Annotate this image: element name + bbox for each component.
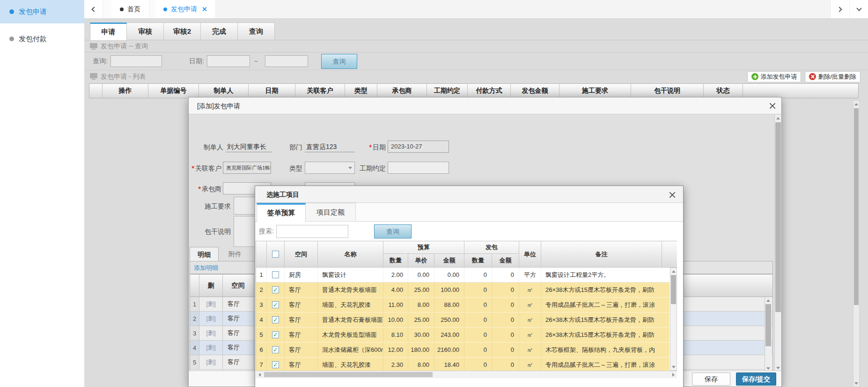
picker-tabs: 签单预算 项目定额 [255, 203, 683, 222]
column-payment[interactable]: 付款方式 [468, 84, 511, 98]
tab-review2[interactable]: 审核2 [164, 22, 201, 40]
tab-home[interactable]: 首页 [111, 0, 149, 18]
detail-scrollbar-thumb[interactable] [765, 304, 771, 346]
picker-scrollbar-thumb[interactable] [671, 275, 676, 304]
modal-scrollbar[interactable] [774, 115, 781, 371]
project-row[interactable]: 6 ✓ 客厅 混水漆储藏柜（深600mm 12.00 180.00 2160.0… [256, 342, 669, 357]
scroll-left-icon[interactable] [256, 371, 263, 379]
tab-list-menu-button[interactable] [849, 0, 868, 18]
close-tab-icon[interactable] [202, 7, 207, 12]
cell-amount: 243.00 [434, 327, 464, 342]
checkbox-cell: ✓ [267, 357, 285, 371]
row-checkbox[interactable]: ✓ [272, 331, 279, 338]
column-operation[interactable]: 操作 [103, 84, 148, 98]
project-row[interactable]: 4 ✓ 客厅 普通木龙骨石膏板墙面 10.00 25.00 250.00 0 0… [256, 313, 669, 327]
date-from-input[interactable] [207, 55, 250, 67]
tab-sign-budget[interactable]: 签单预算 [257, 203, 306, 222]
scroll-down-icon[interactable] [775, 365, 781, 371]
scroll-tabs-right-button[interactable] [831, 0, 849, 18]
project-row[interactable]: 2 ✓ 客厅 普通木龙骨夹板墙面 4.00 25.00 100.00 0 0 ㎡… [256, 283, 669, 298]
scroll-up-icon[interactable] [670, 268, 677, 275]
date-to-input[interactable] [265, 55, 308, 67]
picker-table-scrollbar[interactable] [670, 268, 677, 371]
tab-apply[interactable]: 申请 [90, 22, 127, 41]
column-customer[interactable]: 关联客户 [295, 84, 345, 98]
type-label: 类型 [259, 163, 302, 174]
search-button[interactable]: 查询 [321, 54, 357, 69]
delete-row-link[interactable]: [删] [199, 297, 223, 311]
column-doc-no[interactable]: 单据编号 [148, 84, 199, 98]
project-row[interactable]: 7 ✓ 客厅 墙面、天花乳胶漆 2.30 8.00 18.40 0 0 ㎡ 专用… [256, 357, 669, 371]
tab-attachment[interactable]: 附件 [222, 247, 248, 261]
scroll-up-icon[interactable] [853, 101, 859, 107]
picker-search-input[interactable] [276, 225, 348, 238]
column-requirement[interactable]: 施工要求 [559, 84, 631, 98]
cell-price: 0.00 [408, 268, 434, 282]
column-duration[interactable]: 工期约定 [427, 84, 468, 98]
picker-close-icon[interactable] [669, 191, 676, 198]
column-select [89, 84, 103, 98]
column-status[interactable]: 状态 [704, 84, 743, 98]
checkbox-cell: ✓ [267, 283, 285, 297]
date-field-value[interactable]: 2023-10-27 [388, 141, 449, 153]
column-contractor[interactable]: 承包商 [377, 84, 427, 98]
save-button[interactable]: 保存 [692, 372, 730, 386]
row-number: 7 [256, 357, 267, 371]
row-checkbox[interactable]: ✓ [272, 301, 279, 308]
main-scrollbar-thumb[interactable] [854, 108, 859, 305]
detail-table-scrollbar[interactable] [765, 297, 772, 372]
scroll-up-icon[interactable] [765, 297, 772, 304]
duration-input[interactable] [388, 162, 449, 174]
main-scrollbar[interactable] [853, 100, 860, 387]
column-date[interactable]: 日期 [249, 84, 295, 98]
column-maker[interactable]: 制单人 [199, 84, 249, 98]
tab-project-quota[interactable]: 项目定额 [306, 203, 356, 222]
scroll-down-icon[interactable] [853, 380, 859, 387]
select-all-checkbox[interactable]: ✓ [272, 251, 279, 258]
save-submit-button[interactable]: 保存/提交 [736, 372, 776, 386]
sidebar-item-label: 发包申请 [19, 7, 47, 16]
project-row[interactable]: 5 ✓ 客厅 木龙骨夹板造型墙面 8.10 30.00 243.00 0 0 ㎡… [256, 327, 669, 342]
modal-close-icon[interactable] [769, 102, 776, 109]
scroll-tabs-left-button[interactable] [84, 0, 103, 18]
picker-hscrollbar-thumb[interactable] [264, 372, 433, 377]
picker-search-button[interactable]: 查询 [374, 224, 412, 238]
row-checkbox[interactable]: ✓ [272, 316, 279, 323]
row-number: 2 [256, 283, 267, 297]
column-amount[interactable]: 发包金额 [511, 84, 559, 98]
row-checkbox[interactable]: ✓ [272, 361, 279, 368]
cell-out-amount: 0 [492, 327, 519, 342]
delete-row-link[interactable]: [删] [199, 312, 223, 326]
picker-horizontal-scrollbar[interactable] [256, 371, 677, 378]
delete-row-link[interactable]: [删] [199, 326, 223, 340]
tab-finished[interactable]: 完成 [201, 22, 238, 40]
delete-batch-button[interactable]: 删除/批量删除 [805, 71, 861, 82]
modal-scrollbar-thumb[interactable] [775, 122, 781, 312]
sidebar-item-outsource-payment[interactable]: 发包付款 [0, 29, 84, 49]
delete-row-link[interactable]: [删] [199, 355, 223, 369]
row-checkbox[interactable]: ✓ [272, 346, 279, 353]
modal-titlebar: [添加]发包申请 [189, 97, 781, 114]
delete-row-link[interactable]: [删] [199, 341, 223, 355]
detail-row-space: 客厅 [223, 312, 254, 326]
tab-outsource-apply[interactable]: 发包申请 [155, 0, 216, 18]
tab-detail[interactable]: 明细 [190, 247, 219, 261]
column-type[interactable]: 类型 [345, 84, 377, 98]
add-outsource-apply-button[interactable]: 添加发包申请 [747, 71, 801, 82]
scroll-right-icon[interactable] [669, 371, 677, 379]
project-row[interactable]: 1 ✓ 厨房 飘窗设计 2.00 0.00 0.00 0 0 平方 飘窗设计工程… [256, 268, 669, 283]
row-checkbox[interactable]: ✓ [272, 271, 279, 278]
add-detail-link[interactable]: 添加明细 [194, 264, 218, 271]
project-row[interactable]: 3 ✓ 客厅 墙面、天花乳胶漆 11.00 8.00 88.00 0 0 ㎡ 专… [256, 298, 669, 313]
detail-row-number: 3 [190, 326, 199, 340]
column-note[interactable]: 包干说明 [631, 84, 704, 98]
row-checkbox[interactable]: ✓ [272, 286, 279, 293]
cell-price: 25.00 [408, 283, 434, 297]
sidebar-item-outsource-apply[interactable]: 发包申请 [0, 0, 84, 23]
scroll-down-icon[interactable] [670, 364, 677, 370]
tab-search[interactable]: 查询 [238, 22, 275, 40]
scroll-up-icon[interactable] [775, 115, 781, 121]
tab-review[interactable]: 审核 [127, 22, 164, 40]
query-keyword-input[interactable] [110, 55, 162, 67]
detail-row-space: 客厅 [223, 297, 254, 311]
